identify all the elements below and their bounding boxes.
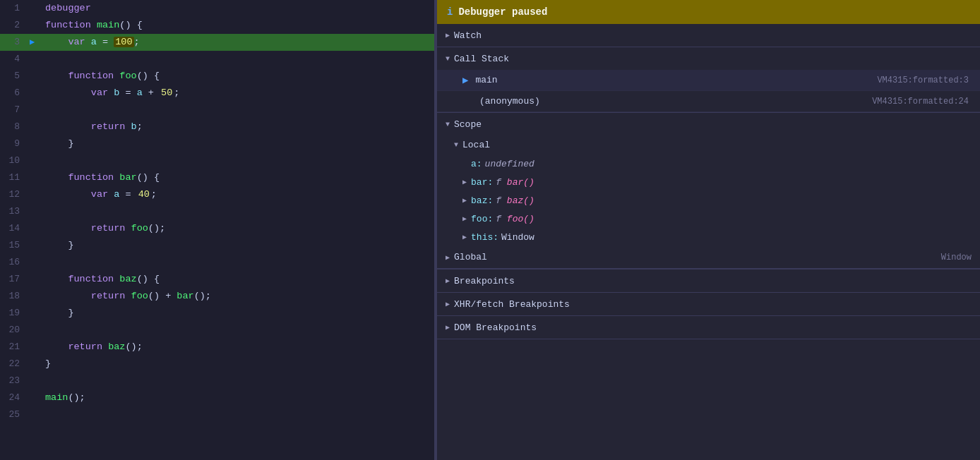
scope-val-bar: f bar() bbox=[496, 177, 534, 188]
watch-label: Watch bbox=[454, 30, 482, 41]
xhr-breakpoints-header[interactable]: ▶ XHR/fetch Breakpoints bbox=[437, 293, 980, 315]
scope-item-a: a: undefined bbox=[437, 155, 980, 173]
code-line-21: 21 return baz(); bbox=[0, 339, 434, 356]
scope-key-this: this: bbox=[471, 232, 498, 243]
breakpoints-label: Breakpoints bbox=[454, 276, 515, 286]
code-line-10: 10 bbox=[0, 152, 434, 169]
line-content-18: return foo() + bar(); bbox=[40, 288, 211, 305]
watch-section: ▶ Watch bbox=[437, 24, 980, 47]
line-content-24: main(); bbox=[40, 389, 85, 406]
callstack-label: Call Stack bbox=[454, 54, 509, 64]
scope-section: ▼ Scope ▼ Local a: undefined ▶ bar: f ba… bbox=[437, 113, 980, 270]
local-triangle-icon: ▼ bbox=[454, 141, 458, 149]
line-num-22: 22 bbox=[0, 356, 28, 373]
scope-local-header[interactable]: ▼ Local bbox=[437, 135, 980, 155]
scope-fn-bar: bar() bbox=[507, 177, 534, 188]
line-content-22: } bbox=[40, 356, 51, 373]
xhr-triangle-icon: ▶ bbox=[446, 300, 450, 308]
scope-triangle-icon: ▼ bbox=[446, 121, 450, 128]
line-content-14: return foo(); bbox=[40, 220, 165, 237]
scope-key-foo: foo: bbox=[471, 214, 493, 224]
bar-expand-icon: ▶ bbox=[462, 178, 467, 186]
line-num-24: 24 bbox=[0, 389, 28, 406]
scope-label: Scope bbox=[454, 119, 482, 130]
line-num-14: 14 bbox=[0, 220, 28, 237]
line-num-7: 7 bbox=[0, 102, 28, 119]
line-num-20: 20 bbox=[0, 322, 28, 339]
dom-breakpoints-section: ▶ DOM Breakpoints bbox=[437, 316, 980, 339]
scope-key-baz: baz: bbox=[471, 195, 493, 206]
watch-header[interactable]: ▶ Watch bbox=[437, 24, 980, 47]
scope-fn-baz: baz() bbox=[507, 195, 534, 206]
scope-val-this: Window bbox=[501, 232, 534, 243]
scope-item-baz[interactable]: ▶ baz: f baz() bbox=[437, 191, 980, 210]
local-label: Local bbox=[462, 140, 490, 150]
global-value: Window bbox=[941, 253, 972, 262]
callstack-header[interactable]: ▼ Call Stack bbox=[437, 47, 980, 70]
breakpoints-section: ▶ Breakpoints bbox=[437, 270, 980, 293]
code-line-23: 23 bbox=[0, 373, 434, 389]
scope-item-bar[interactable]: ▶ bar: f bar() bbox=[437, 173, 980, 191]
line-content-19: } bbox=[40, 305, 74, 322]
callstack-name-anonymous: (anonymous) bbox=[479, 96, 872, 107]
line-num-19: 19 bbox=[0, 305, 28, 322]
debugger-paused-label: Debugger paused bbox=[458, 6, 547, 18]
line-num-8: 8 bbox=[0, 119, 28, 135]
code-line-19: 19 } bbox=[0, 305, 434, 322]
scope-item-foo[interactable]: ▶ foo: f foo() bbox=[437, 210, 980, 228]
this-expand-icon: ▶ bbox=[462, 233, 467, 241]
code-line-15: 15 } bbox=[0, 237, 434, 254]
code-line-9: 9 } bbox=[0, 135, 434, 152]
callstack-entry-main[interactable]: ▶ main VM4315:formatted:3 bbox=[437, 70, 980, 91]
callstack-location-main: VM4315:formatted:3 bbox=[877, 75, 969, 85]
line-content-5: function foo() { bbox=[40, 68, 160, 85]
callstack-section: ▼ Call Stack ▶ main VM4315:formatted:3 (… bbox=[437, 47, 980, 113]
callstack-name-main: main bbox=[475, 75, 877, 85]
line-num-21: 21 bbox=[0, 339, 28, 356]
code-line-25: 25 bbox=[0, 406, 434, 423]
dom-breakpoints-label: DOM Breakpoints bbox=[454, 322, 537, 333]
dom-triangle-icon: ▶ bbox=[446, 323, 450, 332]
scope-global-row[interactable]: ▶ Global Window bbox=[437, 246, 980, 269]
breakpoints-header[interactable]: ▶ Breakpoints bbox=[437, 270, 980, 292]
scope-key-bar: bar: bbox=[471, 177, 493, 188]
dom-breakpoints-header[interactable]: ▶ DOM Breakpoints bbox=[437, 316, 980, 339]
line-num-25: 25 bbox=[0, 406, 28, 423]
line-num-16: 16 bbox=[0, 254, 28, 271]
debugger-header: i Debugger paused bbox=[437, 0, 980, 24]
scope-header[interactable]: ▼ Scope bbox=[437, 113, 980, 135]
breakpoints-triangle-icon: ▶ bbox=[446, 277, 450, 285]
xhr-breakpoints-label: XHR/fetch Breakpoints bbox=[454, 299, 570, 310]
global-triangle-icon: ▶ bbox=[446, 253, 450, 262]
callstack-entry-anonymous[interactable]: (anonymous) VM4315:formatted:24 bbox=[437, 91, 980, 112]
line-num-15: 15 bbox=[0, 237, 28, 254]
scope-val-baz: f baz() bbox=[496, 195, 534, 206]
code-line-11: 11 function bar() { bbox=[0, 169, 434, 186]
code-line-24: 24 main(); bbox=[0, 389, 434, 406]
line-content-12: var a = 40; bbox=[40, 186, 157, 203]
line-num-5: 5 bbox=[0, 68, 28, 85]
line-content-6: var b = a + 50; bbox=[40, 85, 179, 102]
code-line-17: 17 function baz() { bbox=[0, 271, 434, 288]
code-line-20: 20 bbox=[0, 322, 434, 339]
callstack-location-anonymous: VM4315:formatted:24 bbox=[872, 97, 969, 107]
scope-val-foo: f foo() bbox=[496, 214, 534, 224]
line-num-12: 12 bbox=[0, 186, 28, 203]
line-content-15: } bbox=[40, 237, 74, 254]
line-num-2: 2 bbox=[0, 17, 28, 34]
line-num-4: 4 bbox=[0, 51, 28, 68]
line-num-11: 11 bbox=[0, 169, 28, 186]
code-line-1: 1 debugger bbox=[0, 0, 434, 17]
code-line-13: 13 bbox=[0, 203, 434, 220]
foo-expand-icon: ▶ bbox=[462, 214, 467, 223]
code-line-2: 2 function main() { bbox=[0, 17, 434, 34]
line-content-3: var a = 100; bbox=[40, 34, 140, 51]
code-line-8: 8 return b; bbox=[0, 119, 434, 135]
scope-fn-foo: foo() bbox=[507, 214, 534, 224]
debug-arrow: ▶ bbox=[30, 34, 40, 51]
line-num-1: 1 bbox=[0, 0, 28, 17]
code-line-16: 16 bbox=[0, 254, 434, 271]
code-line-3: 3 ▶ var a = 100; bbox=[0, 34, 434, 51]
scope-item-this[interactable]: ▶ this: Window bbox=[437, 228, 980, 246]
line-num-17: 17 bbox=[0, 271, 28, 288]
